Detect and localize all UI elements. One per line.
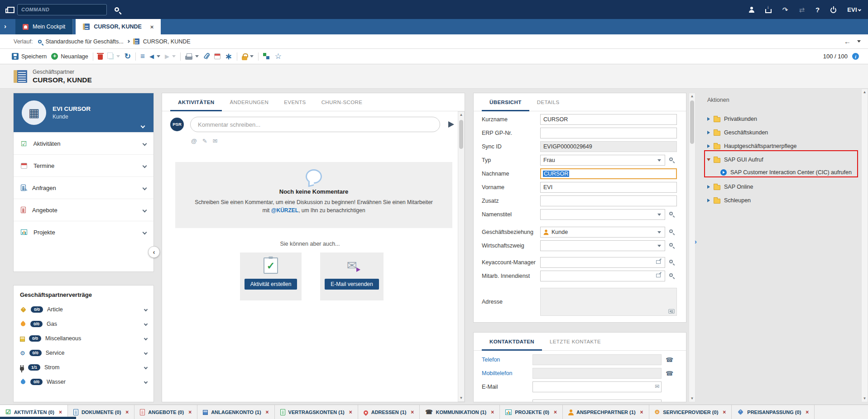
- keyaccount-manager-input[interactable]: [540, 257, 665, 268]
- erp-gp-nr-input[interactable]: [540, 128, 677, 138]
- action-folder-sap-gui-aufruf[interactable]: SAP GUI Aufruf: [707, 155, 763, 165]
- sync-icon[interactable]: ⇄: [799, 6, 805, 13]
- info-icon[interactable]: [852, 53, 859, 60]
- task-icon[interactable]: ✎: [202, 138, 207, 144]
- search-icon[interactable]: [669, 157, 673, 161]
- delete-icon[interactable]: [98, 54, 103, 60]
- comment-input[interactable]: [190, 117, 440, 132]
- new-record-button[interactable]: Neuanlage: [51, 53, 88, 60]
- close-icon[interactable]: ×: [349, 409, 352, 415]
- send-comment-icon[interactable]: [448, 121, 454, 128]
- phone-icon[interactable]: ☎: [666, 370, 673, 376]
- search-icon[interactable]: [669, 243, 673, 247]
- phone-icon[interactable]: ☎: [666, 357, 673, 363]
- expand-actions-icon[interactable]: ›: [695, 238, 697, 245]
- close-icon[interactable]: ×: [411, 409, 414, 415]
- close-icon[interactable]: ×: [640, 409, 643, 415]
- expand-icon[interactable]: [707, 199, 710, 202]
- search-icon[interactable]: [669, 229, 673, 233]
- scroll-up-icon[interactable]: ▲: [689, 93, 695, 100]
- action-folder-hauptgeschaeftspartnerpflege[interactable]: Hauptgeschäftspartnerpflege: [707, 141, 797, 151]
- close-icon[interactable]: ×: [266, 409, 269, 415]
- chevron-down-icon[interactable]: [657, 231, 661, 233]
- scroll-down-icon[interactable]: ▼: [862, 395, 868, 402]
- bottom-tab-kommunikation[interactable]: ☎ KOMMUNIKATION (1) ×: [420, 405, 500, 419]
- close-icon[interactable]: ×: [59, 409, 62, 415]
- current-user[interactable]: EVI: [847, 6, 861, 13]
- search-icon[interactable]: [669, 212, 673, 215]
- tab-aktivitaeten[interactable]: AKTIVITÄTEN: [170, 93, 222, 111]
- mention-icon[interactable]: @: [191, 138, 197, 144]
- breadcrumb-current-item[interactable]: CURSOR, KUNDE: [143, 38, 191, 45]
- bottom-tab-serviceprovider[interactable]: ⚙ SERVICEPROVIDER (0) ×: [649, 405, 732, 419]
- tab-kontaktdaten[interactable]: KONTAKTDATEN: [482, 333, 542, 350]
- nav-expand-icon[interactable]: ›: [4, 22, 6, 30]
- geschaeftsbeziehung-input[interactable]: [540, 227, 665, 238]
- close-icon[interactable]: ×: [150, 24, 154, 30]
- contract-item-wasser[interactable]: 0/0 Wasser: [14, 375, 153, 389]
- history-back-icon[interactable]: ←: [844, 38, 851, 45]
- help-icon[interactable]: ?: [815, 6, 820, 13]
- duplicate-button[interactable]: [107, 54, 120, 59]
- calendar-icon[interactable]: [214, 53, 221, 59]
- favorite-icon[interactable]: ☆: [275, 52, 282, 60]
- email-input[interactable]: [532, 381, 662, 392]
- sidebar-collapse-button[interactable]: ‹: [148, 246, 160, 258]
- sidebar-item-aktivitaeten[interactable]: ☑ Aktivitäten: [14, 132, 153, 154]
- bottom-tab-preisanpassung[interactable]: PREISANPASSUNG (0) ×: [732, 405, 815, 419]
- tab-uebersicht[interactable]: ÜBERSICHT: [482, 93, 529, 111]
- print-button[interactable]: [185, 53, 199, 60]
- bottom-tab-vertragskonten[interactable]: VERTRAGSKONTEN (1) ×: [275, 405, 358, 419]
- close-icon[interactable]: ×: [806, 409, 809, 415]
- tab-churn-score[interactable]: CHURN-SCORE: [314, 93, 370, 111]
- bottom-tab-projekte[interactable]: PROJEKTE (0) ×: [500, 405, 563, 419]
- user-icon[interactable]: [749, 7, 754, 12]
- close-icon[interactable]: ×: [188, 409, 192, 415]
- expand-icon[interactable]: [707, 144, 710, 148]
- scroll-down-icon[interactable]: ▼: [689, 395, 695, 402]
- bottom-tab-dokumente[interactable]: DOKUMENTE (0) ×: [68, 405, 134, 419]
- scroll-up-icon[interactable]: ▲: [862, 89, 868, 95]
- command-input[interactable]: [17, 4, 107, 15]
- action-folder-sap-online[interactable]: SAP Online: [707, 182, 753, 192]
- open-record-icon[interactable]: [656, 260, 661, 264]
- typ-input[interactable]: [540, 155, 665, 166]
- action-folder-schleupen[interactable]: Schleupen: [707, 195, 751, 205]
- scrollbar-thumb[interactable]: [459, 120, 463, 149]
- activity-scrollbar[interactable]: ▲ ▼: [458, 111, 465, 402]
- vorname-input[interactable]: [540, 182, 677, 193]
- namenstitel-input[interactable]: [540, 209, 665, 220]
- list-menu-icon[interactable]: ≡: [140, 52, 145, 60]
- tab-cursor-kunde[interactable]: CURSOR, KUNDE ×: [76, 19, 161, 34]
- nachname-input[interactable]: CURSOR: [540, 168, 677, 179]
- create-activity-button[interactable]: Aktivität erstellen: [245, 279, 297, 290]
- close-icon[interactable]: ×: [125, 409, 129, 415]
- expand-icon[interactable]: [707, 117, 710, 121]
- mitarb-innendienst-input[interactable]: [540, 271, 665, 281]
- scroll-down-icon[interactable]: ▼: [458, 395, 464, 401]
- tab-details[interactable]: DETAILS: [529, 93, 567, 111]
- kurzname-input[interactable]: [540, 114, 677, 125]
- contract-item-gas[interactable]: 0/0 Gas: [14, 317, 153, 331]
- chevron-down-icon[interactable]: [141, 124, 145, 129]
- chevron-down-icon[interactable]: [657, 159, 661, 162]
- action-folder-geschaeftskunden[interactable]: Geschäftskunden: [707, 128, 768, 138]
- close-icon[interactable]: ×: [491, 409, 494, 415]
- overview-scrollbar[interactable]: ▲ ▼: [689, 93, 695, 402]
- tab-events[interactable]: EVENTS: [276, 93, 313, 111]
- bottom-tab-ansprechpartner[interactable]: ANSPRECHPARTNER (1) ×: [563, 405, 649, 419]
- email-icon[interactable]: ✉: [213, 138, 218, 144]
- zusatz-input[interactable]: [540, 195, 677, 206]
- page-scrollbar[interactable]: ▲ ▼: [861, 89, 868, 402]
- mobiltelefon-input[interactable]: [532, 368, 662, 379]
- send-email-button[interactable]: E-Mail versenden: [325, 279, 379, 290]
- telefon-input[interactable]: [532, 354, 662, 365]
- search-icon[interactable]: [115, 7, 119, 12]
- inbox-icon[interactable]: [765, 9, 772, 13]
- close-icon[interactable]: ×: [723, 409, 726, 415]
- adresse-field[interactable]: [540, 288, 677, 316]
- sidebar-item-anfragen[interactable]: Anfragen: [14, 176, 153, 199]
- expand-icon[interactable]: [707, 131, 710, 134]
- breadcrumb-search-item[interactable]: Standardsuche für Geschäfts...: [45, 38, 123, 45]
- tab-aenderungen[interactable]: ÄNDERUNGEN: [222, 93, 276, 111]
